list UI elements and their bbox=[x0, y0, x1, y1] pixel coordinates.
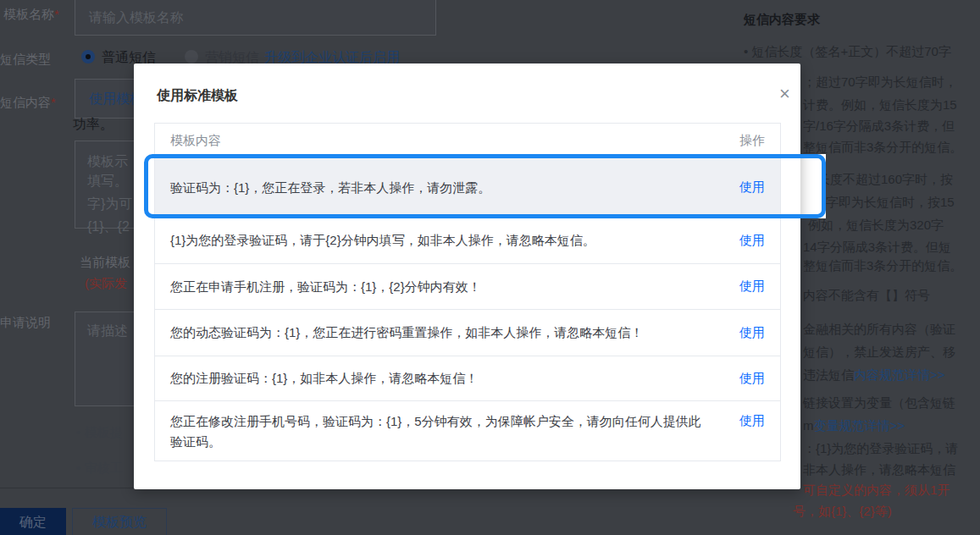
apply-note-label: 申请说明 bbox=[0, 315, 51, 331]
sidebar-line: m变量规范详情>> bbox=[803, 418, 905, 434]
template-name-label: 模板名称* bbox=[3, 7, 59, 23]
annotation-highlight-rect bbox=[144, 154, 826, 218]
template-content-cell: 您正在申请手机注册，验证码为：{1}，{2}分钟内有效！ bbox=[155, 277, 723, 297]
use-link[interactable]: 使用 bbox=[723, 325, 780, 341]
example-placeholder-line: {1}、{2 bbox=[87, 218, 130, 236]
sidebar-line: 短信），禁止发送房产、移 bbox=[803, 345, 955, 361]
template-name-input[interactable]: 请输入模板名称 bbox=[75, 0, 436, 36]
template-content-cell: 您正在修改注册手机号码，验证码为：{1}，5分钟有效，为保障帐户安全，请勿向任何… bbox=[155, 411, 723, 452]
example-placeholder-line: 模板示 bbox=[87, 150, 128, 173]
sidebar-line: 链接设置为变量（包含短链 bbox=[803, 395, 955, 411]
use-link[interactable]: 使用 bbox=[723, 279, 780, 295]
use-link[interactable]: 使用 bbox=[723, 371, 780, 387]
table-row[interactable]: 您正在申请手机注册，验证码为：{1}，{2}分钟内有效！ 使用 bbox=[155, 263, 780, 309]
template-content-cell: 您的注册验证码：{1}，如非本人操作，请忽略本短信！ bbox=[155, 368, 723, 389]
sidebar-line: 非本人操作，请忽略本短信 bbox=[803, 462, 955, 478]
note-line: • 模板提 bbox=[76, 425, 122, 441]
table-row[interactable]: 您正在修改注册手机号码，验证码为：{1}，5分钟有效，为保障帐户安全，请勿向任何… bbox=[155, 400, 780, 461]
table-row[interactable]: 您的动态验证码为：{1}，您正在进行密码重置操作，如非本人操作，请忽略本短信！ … bbox=[155, 309, 780, 356]
preview-button[interactable]: 模板预览 bbox=[72, 508, 167, 535]
sidebar-line-red: 号，如{1}、{2}等) bbox=[793, 504, 892, 520]
note-line: • 审核工 bbox=[76, 461, 122, 477]
variable-rules-link[interactable]: 变量规范详情>> bbox=[814, 418, 905, 433]
sidebar-line: ；超过70字即为长短信时， bbox=[803, 74, 957, 91]
header-action: 操作 bbox=[723, 133, 780, 149]
table-row[interactable]: {1}为您的登录验证码，请于{2}分钟内填写，如非本人操作，请忽略本短信。 使用 bbox=[155, 217, 780, 263]
template-content-cell: {1}为您的登录验证码，请于{2}分钟内填写，如非本人操作，请忽略本短信。 bbox=[155, 230, 723, 251]
sms-type-label: 短信类型 bbox=[0, 52, 51, 68]
template-name-placeholder: 请输入模板名称 bbox=[89, 9, 184, 27]
preview-button-label: 模板预览 bbox=[92, 514, 147, 532]
radio-marketing-sms-icon bbox=[185, 50, 198, 63]
sidebar-line: ：{1}为您的登录验证码，请 bbox=[803, 441, 958, 457]
table-row[interactable]: 您的注册验证码：{1}，如非本人操作，请忽略本短信！ 使用 bbox=[155, 356, 780, 400]
sidebar-line: 信长度不超过160字时，按 bbox=[805, 172, 953, 188]
page: { "colors": { "accent_blue": "#006eff", … bbox=[0, 0, 980, 535]
close-icon[interactable]: × bbox=[779, 85, 790, 102]
rate-text: 功率。 bbox=[73, 116, 114, 134]
example-placeholder-line: 字}为可 bbox=[87, 196, 132, 213]
use-standard-template-modal: 使用标准模板 × 模板内容 操作 验证码为：{1}，您正在登录，若非本人操作，请… bbox=[134, 63, 800, 489]
sidebar-line: 内容不能含有【】符号 bbox=[803, 288, 930, 304]
sidebar-line: 14字分隔成3条计费。但短 bbox=[803, 240, 951, 256]
use-link[interactable]: 使用 bbox=[723, 233, 780, 249]
sms-content-label: 短信内容* bbox=[0, 95, 56, 111]
sidebar-line-red: 可自定义的内容，须从1开 bbox=[803, 483, 950, 499]
template-content-cell: 您的动态验证码为：{1}，您正在进行密码重置操作，如非本人操作，请忽略本短信！ bbox=[155, 323, 723, 343]
sidebar-line: 整短信而非3条分开的短信。 bbox=[803, 258, 962, 274]
confirm-button-label: 确定 bbox=[19, 514, 47, 532]
sidebar-title: 短信内容要求 bbox=[744, 12, 820, 28]
radio-normal-sms-icon[interactable] bbox=[81, 50, 95, 63]
sidebar-line: • 短信长度（签名+正文）不超过70字 bbox=[744, 44, 951, 60]
required-mark: * bbox=[51, 95, 56, 109]
content-rules-link[interactable]: 内容规范详情>> bbox=[854, 367, 945, 382]
sidebar-line: 整短信而非3条分开的短信。 bbox=[803, 140, 962, 156]
required-mark: * bbox=[54, 7, 59, 21]
use-link[interactable]: 使用 bbox=[723, 401, 780, 429]
example-placeholder-line: 填写。 bbox=[87, 173, 128, 190]
sidebar-line: 金融相关的所有内容（验证 bbox=[803, 322, 955, 338]
table-header-row: 模板内容 操作 bbox=[155, 124, 780, 157]
current-template-text: 当前模板 bbox=[80, 255, 130, 271]
sidebar-line: 160字即为长短信时，按15 bbox=[805, 195, 955, 211]
modal-title: 使用标准模板 bbox=[157, 87, 238, 105]
sidebar-line: 字/16字分隔成3条计费，但 bbox=[803, 119, 955, 135]
sidebar-line: 例如，短信长度为320字 bbox=[808, 218, 944, 234]
sidebar-line: 计费。例如，短信长度为15 bbox=[803, 97, 957, 113]
confirm-button[interactable]: 确定 bbox=[0, 508, 66, 535]
actual-send-text: (实际发 bbox=[85, 276, 127, 292]
apply-note-placeholder: 请描述 bbox=[87, 323, 128, 340]
header-template-content: 模板内容 bbox=[155, 130, 723, 151]
sidebar-line: 违法短信内容规范详情>> bbox=[803, 367, 945, 383]
